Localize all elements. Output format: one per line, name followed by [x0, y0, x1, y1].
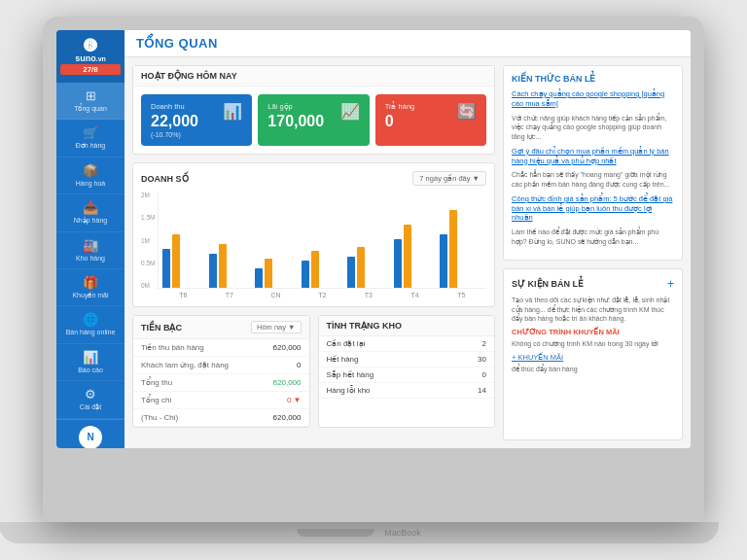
chart-section: DOANH SỐ 7 ngày gần đây ▼ 2M 1.5M 1M 0.5… — [132, 162, 495, 307]
bar-yellow-t3 — [357, 247, 365, 288]
sidebar-badge: 27/8 — [60, 64, 121, 75]
inv-label-1: Cần đặt lại — [327, 339, 366, 348]
finance-value-3: 620,000 — [273, 378, 302, 387]
sidebar-item-report[interactable]: 📊 Báo cáo — [56, 344, 124, 381]
user-avatar-section[interactable]: N Nguyễn Thị Tha... — [56, 419, 124, 448]
bar-blue-t3 — [347, 257, 355, 288]
report-icon: 📊 — [83, 350, 98, 365]
chart-label-t6: T6 — [161, 292, 204, 298]
right-column: KIẾN THỨC BÁN LẺ Cách chạy quảng cáo goo… — [503, 65, 683, 440]
finance-label-3: Tổng thu — [141, 378, 172, 387]
event-header: SỰ KIỆN BÁN LẺ + — [512, 277, 674, 291]
chart-group-t2 — [302, 251, 344, 288]
avatar: N — [79, 426, 102, 448]
knowledge-text-3: Làm thế nào để đặt được mức giá sản phẩm… — [512, 228, 674, 247]
promo-badge: CHƯƠNG TRÌNH KHUYẾN MÃI — [512, 328, 674, 336]
finance-label-5: (Thu - Chi) — [141, 413, 178, 422]
inv-label-3: Sắp hết hàng — [327, 370, 374, 379]
left-column: HOẠT ĐỘNG HÔM NAY 📊 Doanh thu 22,000 (-1… — [132, 65, 495, 440]
chart-label-t7: T7 — [208, 292, 251, 298]
chart-filter[interactable]: 7 ngày gần đây ▼ — [412, 171, 486, 186]
chart-header: DOANH SỐ 7 ngày gần đây ▼ — [141, 171, 486, 186]
bar-blue-t2 — [302, 261, 309, 288]
bar-yellow-t5 — [449, 210, 457, 288]
sidebar-item-online[interactable]: 🌐 Bán hàng online — [56, 306, 124, 343]
sidebar-item-label-warehouse: Kho hàng — [76, 255, 105, 262]
inventory-header: TÌNH TRẠNG KHO — [319, 316, 495, 336]
finance-row-4: Tổng chi 0 ▼ — [133, 392, 309, 409]
knowledge-link-2[interactable]: Gợi ý đâu chỉ chọn mua phần mềm quản lý … — [512, 147, 674, 166]
bar-blue-t7 — [209, 254, 217, 288]
page-title: TỔNG QUAN — [136, 36, 218, 51]
sidebar-item-label-products: Hàng hoá — [76, 180, 105, 188]
activity-card-revenue: 📊 Doanh thu 22,000 (-10.70%) — [141, 94, 252, 146]
main-content: TỔNG QUAN HOẠT ĐỘNG HÔM NAY 📊 Doanh thu — [124, 30, 691, 448]
inv-row-1: Cần đặt lại 2 — [319, 336, 495, 352]
sidebar-item-products[interactable]: 📦 Hàng hoá — [56, 158, 124, 194]
online-icon: 🌐 — [83, 312, 98, 327]
sidebar-item-promotions[interactable]: 🎁 Khuyến mãi — [56, 269, 124, 306]
sidebar-item-import[interactable]: 📥 Nhập hàng — [56, 194, 124, 231]
screen: 🅑 suno.vn 27/8 ⊞ Tổng quan 🛒 Đơn hàng 📦 … — [56, 30, 691, 448]
laptop-base: MacBook — [0, 522, 719, 543]
sidebar-item-label-import: Nhập hàng — [74, 217, 107, 225]
bar-yellow-cn — [265, 259, 272, 288]
activity-card-returns: 🔄 Trả hàng 0 — [375, 94, 486, 146]
returns-label: Trả hàng — [385, 102, 477, 111]
event-add-icon[interactable]: + — [667, 277, 674, 291]
y-label-05m: 0.5M — [141, 260, 155, 266]
top-bar: TỔNG QUAN — [124, 30, 691, 57]
laptop-brand: MacBook — [384, 528, 421, 538]
sidebar-item-overview[interactable]: ⊞ Tổng quan — [56, 83, 124, 120]
chart-label-t5: T5 — [440, 292, 482, 298]
inv-value-1: 2 — [482, 339, 486, 348]
sidebar-item-settings[interactable]: ⚙ Cài đặt — [56, 381, 124, 418]
finance-row-3: Tổng thu 620,000 — [133, 374, 309, 392]
laptop-frame: 🅑 suno.vn 27/8 ⊞ Tổng quan 🛒 Đơn hàng 📦 … — [43, 17, 704, 522]
finance-row-1: Tiền thu bán hàng 620,000 — [133, 339, 309, 357]
sidebar-item-warehouse[interactable]: 🏭 Kho hàng — [56, 232, 124, 269]
finance-card: TIỀN BẠC Hôm nay ▼ Tiền thu bán hàng 620… — [132, 315, 310, 428]
inv-row-3: Sắp hết hàng 0 — [319, 368, 495, 383]
finance-label-4: Tổng chi — [141, 396, 171, 404]
bar-yellow-t6 — [172, 234, 180, 288]
event-title: SỰ KIỆN BÁN LẺ — [512, 279, 584, 289]
promo-link[interactable]: + KHUYẾN MÃI — [512, 353, 674, 362]
sidebar-bottom: ⚙ Cài đặt N Nguyễn Thị Tha... — [56, 381, 124, 448]
knowledge-text-2: Chắc hẳn bạn sẽ thấy "hoang mang" giữa m… — [512, 170, 674, 190]
chart-group-t3 — [347, 247, 390, 288]
knowledge-link-3[interactable]: Công thức định giá sản phẩm: 5 bước để đ… — [512, 194, 674, 223]
activity-section: HOẠT ĐỘNG HÔM NAY 📊 Doanh thu 22,000 (-1… — [132, 65, 495, 155]
laptop-notch — [297, 529, 374, 537]
finance-value-5: 620,000 — [273, 413, 302, 422]
sidebar-item-label-report: Báo cáo — [78, 367, 103, 374]
chart-group-t6 — [162, 234, 205, 288]
event-description: Tạo và theo dõi các sự kiện như: đặt lễ,… — [512, 296, 674, 324]
sidebar-item-orders[interactable]: 🛒 Đơn hàng — [56, 120, 124, 157]
inv-row-2: Hết hàng 30 — [319, 352, 495, 368]
inv-row-4: Hàng lỗi kho 14 — [319, 383, 495, 399]
content-area: HOẠT ĐỘNG HÔM NAY 📊 Doanh thu 22,000 (-1… — [124, 57, 691, 448]
activity-card-profit: 📈 Lãi gộp 170,000 — [258, 94, 369, 146]
finance-label-2: Khách lam ứng, đặt hàng — [141, 361, 229, 369]
activity-header: HOẠT ĐỘNG HÔM NAY — [133, 66, 494, 87]
sidebar: 🅑 suno.vn 27/8 ⊞ Tổng quan 🛒 Đơn hàng 📦 … — [56, 30, 124, 448]
inv-value-4: 14 — [478, 386, 486, 395]
profit-label: Lãi gộp — [267, 102, 359, 111]
bar-yellow-t4 — [404, 225, 411, 288]
inv-label-2: Hết hàng — [327, 355, 359, 364]
bar-yellow-t7 — [219, 244, 227, 288]
products-icon: 📦 — [83, 163, 98, 178]
sidebar-item-label-overview: Tổng quan — [74, 105, 107, 113]
finance-value-4: 0 ▼ — [287, 396, 302, 404]
y-label-1m: 1M — [141, 237, 155, 244]
finance-title: TIỀN BẠC — [141, 323, 182, 332]
finance-filter[interactable]: Hôm nay ▼ — [251, 321, 302, 333]
knowledge-card: KIẾN THỨC BÁN LẺ Cách chạy quảng cáo goo… — [503, 65, 683, 261]
chart-group-t5 — [440, 210, 482, 288]
chart-group-t4 — [394, 225, 437, 288]
inv-label-4: Hàng lỗi kho — [327, 386, 371, 395]
chart-wrapper: 2M 1.5M 1M 0.5M 0M — [141, 192, 486, 298]
knowledge-link-1[interactable]: Cách chạy quảng cáo google shopping [quả… — [512, 89, 674, 109]
finance-value-1: 620,000 — [273, 343, 302, 352]
